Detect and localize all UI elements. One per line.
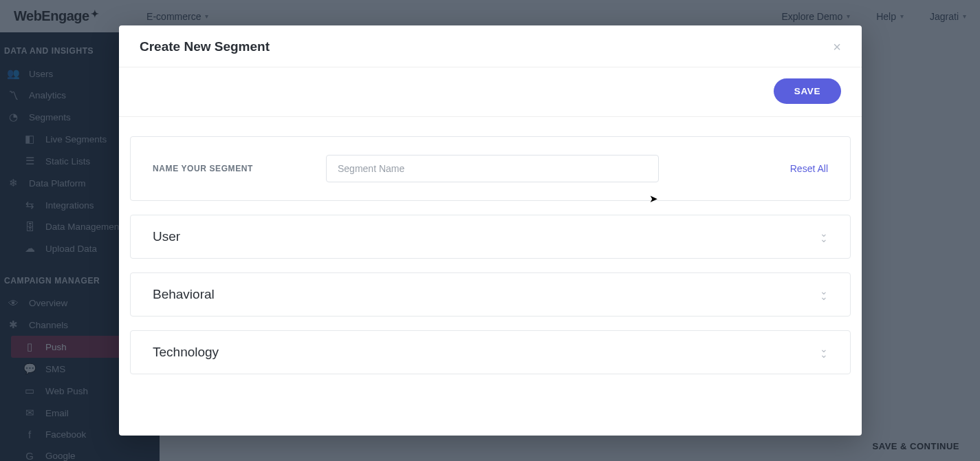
reset-all-link[interactable]: Reset All xyxy=(790,163,828,174)
chevron-double-down-icon: ⌄⌄ xyxy=(820,289,828,299)
section-title: User xyxy=(153,229,180,244)
chevron-double-down-icon: ⌄⌄ xyxy=(820,231,828,242)
section-user[interactable]: User ⌄⌄ xyxy=(130,215,851,259)
section-behavioral[interactable]: Behavioral ⌄⌄ xyxy=(130,272,851,317)
chevron-double-down-icon: ⌄⌄ xyxy=(820,347,828,357)
section-title: Behavioral xyxy=(153,287,215,302)
segment-name-label: NAME YOUR SEGMENT xyxy=(153,164,326,173)
save-button[interactable]: SAVE xyxy=(774,78,841,104)
section-title: Technology xyxy=(153,345,219,360)
segment-name-input[interactable] xyxy=(326,155,659,182)
close-icon[interactable]: × xyxy=(833,40,841,54)
create-segment-modal: Create New Segment × SAVE NAME YOUR SEGM… xyxy=(119,25,862,436)
modal-title: Create New Segment xyxy=(140,39,270,54)
section-technology[interactable]: Technology ⌄⌄ xyxy=(130,330,851,374)
